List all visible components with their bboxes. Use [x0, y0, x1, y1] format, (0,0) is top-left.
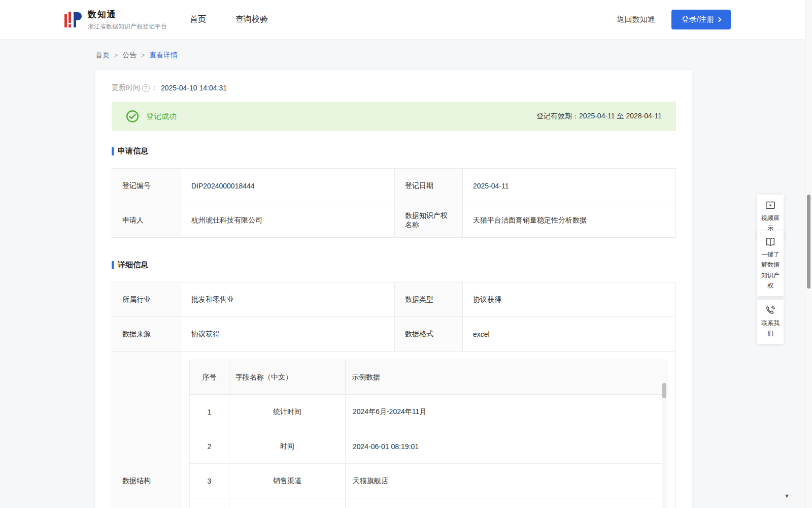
registration-status-banner: 登记成功 登记有效期：2025-04-11 至 2028-04-11: [112, 102, 676, 131]
field-name: 时间: [229, 429, 346, 464]
field-name: 销售渠道: [229, 464, 346, 498]
field-value: 协议获得: [181, 317, 395, 352]
login-register-button[interactable]: 登录/注册: [671, 10, 731, 29]
section-title-details: 详细信息: [112, 260, 676, 270]
return-link[interactable]: 返回数知通: [617, 15, 655, 24]
section-bar: [112, 147, 114, 155]
field-label: 数据类型: [395, 282, 463, 317]
book-icon: [765, 236, 776, 247]
structure-row: 4 货品编号 697254****62: [190, 498, 667, 508]
header-right: 返回数知通 登录/注册: [617, 10, 731, 29]
table-row: 申请人 杭州琥仕科技有限公司 数据知识产权名称 天猫平台洁面膏销量稳定性分析数据: [112, 203, 676, 238]
table-row: 数据来源 协议获得 数据格式 excel: [112, 317, 676, 352]
row-index: 1: [190, 395, 229, 429]
structure-cell: 序号 字段名称（中文） 示例数据 1 统计时间 2024年6月-2024年11月…: [181, 352, 676, 508]
row-index: 2: [190, 429, 229, 464]
help-icon[interactable]: ?: [142, 84, 150, 92]
structure-table: 序号 字段名称（中文） 示例数据 1 统计时间 2024年6月-2024年11月…: [189, 360, 667, 508]
float-contact-widget[interactable]: 联系我们: [757, 300, 784, 344]
validity-label: 登记有效期：: [536, 112, 579, 120]
breadcrumb: 首页 > 公告 > 查看详情: [95, 51, 812, 60]
row-index: 3: [190, 464, 229, 498]
logo-icon: [63, 10, 83, 29]
field-label: 数据结构: [112, 352, 181, 508]
detail-card: 更新时间 ? ： 2025-04-10 14:04:31 登记成功 登记有效期：…: [95, 70, 692, 508]
update-time-colon: ：: [151, 83, 158, 92]
table-row-structure: 数据结构 序号 字段名称（中文） 示例数据 1 统计时间 2024年6月-: [112, 352, 676, 508]
section-bar: [112, 261, 114, 269]
field-value: 2025-04-11: [463, 169, 676, 203]
validity-period: 登记有效期：2025-04-11 至 2028-04-11: [536, 112, 662, 121]
field-value: 批发和零售业: [181, 282, 395, 317]
breadcrumb-current: 查看详情: [149, 51, 178, 60]
row-index: 4: [190, 498, 229, 508]
breadcrumb-separator: >: [114, 52, 118, 59]
header: 数知通 浙江省数据知识产权登记平台 首页 查询校验 返回数知通 登录/注册: [0, 0, 812, 40]
details-info-table: 所属行业 批发和零售业 数据类型 协议获得 数据来源 协议获得 数据格式 exc…: [112, 282, 676, 508]
sample-data: 天猫旗舰店: [346, 464, 667, 498]
validity-value: 2025-04-11 至 2028-04-11: [579, 112, 662, 120]
nav-item-home[interactable]: 首页: [190, 14, 206, 25]
logo: 数知通 浙江省数据知识产权登记平台: [63, 9, 167, 31]
structure-row: 2 时间 2024-06-01 08:19:01: [190, 429, 667, 464]
login-register-label: 登录/注册: [682, 15, 714, 24]
field-label: 数据格式: [395, 317, 463, 352]
float-contact-label: 联系我们: [759, 318, 782, 339]
success-check-icon: [126, 110, 139, 123]
structure-table-wrap: 序号 字段名称（中文） 示例数据 1 统计时间 2024年6月-2024年11月…: [189, 360, 667, 508]
field-value: 协议获得: [463, 282, 676, 317]
field-name: 统计时间: [229, 395, 346, 429]
field-label: 数据来源: [112, 317, 181, 352]
sample-data: 697254****62: [346, 498, 667, 508]
structure-row: 3 销售渠道 天猫旗舰店: [190, 464, 667, 498]
update-time-row: 更新时间 ? ： 2025-04-10 14:04:31: [112, 83, 676, 92]
structure-header-row: 序号 字段名称（中文） 示例数据: [190, 360, 667, 395]
structure-table-scrollbar[interactable]: [662, 381, 666, 508]
sample-data: 2024年6月-2024年11月: [346, 395, 667, 429]
column-header: 字段名称（中文）: [229, 360, 346, 395]
video-icon: [765, 200, 776, 211]
column-header: 序号: [190, 360, 229, 395]
breadcrumb-announcements[interactable]: 公告: [122, 51, 137, 60]
section-title-text: 详细信息: [118, 260, 148, 270]
field-value: 杭州琥仕科技有限公司: [181, 203, 395, 238]
float-learn-label: 一键了解数据知识产权: [759, 249, 782, 291]
field-name: 货品编号: [229, 498, 346, 508]
sample-data: 2024-06-01 08:19:01: [346, 429, 667, 464]
breadcrumb-home[interactable]: 首页: [95, 51, 110, 60]
float-video-label: 视频展示: [759, 213, 782, 234]
logo-text: 数知通 浙江省数据知识产权登记平台: [88, 9, 167, 31]
field-label: 数据知识产权名称: [395, 203, 463, 238]
logo-subtitle: 浙江省数据知识产权登记平台: [88, 22, 167, 31]
update-time-label: 更新时间: [112, 83, 140, 92]
logo-title: 数知通: [88, 9, 167, 20]
update-time-value: 2025-04-10 14:04:31: [161, 84, 227, 92]
phone-icon: [765, 305, 776, 316]
section-title-application: 申请信息: [112, 146, 676, 156]
table-row: 登记编号 DIP2024000018444 登记日期 2025-04-11: [112, 169, 676, 203]
page-scrollbar[interactable]: [805, 0, 812, 508]
status-text: 登记成功: [146, 112, 177, 121]
field-label: 所属行业: [112, 282, 181, 317]
structure-row: 1 统计时间 2024年6月-2024年11月: [190, 395, 667, 429]
main-nav: 首页 查询校验: [190, 14, 268, 25]
chevron-right-icon: [717, 17, 722, 22]
breadcrumb-separator: >: [141, 52, 145, 59]
field-value: 天猫平台洁面膏销量稳定性分析数据: [463, 203, 676, 238]
page-scrollbar-thumb[interactable]: [807, 195, 810, 289]
field-value: excel: [463, 317, 676, 352]
scroll-down-icon[interactable]: ▼: [784, 493, 790, 499]
float-learn-widget[interactable]: 一键了解数据知识产权: [757, 231, 784, 296]
field-label: 登记日期: [395, 169, 463, 203]
column-header: 示例数据: [346, 360, 667, 395]
field-label: 登记编号: [112, 169, 181, 203]
field-label: 申请人: [112, 203, 181, 238]
field-value: DIP2024000018444: [181, 169, 395, 203]
section-title-text: 申请信息: [118, 146, 148, 156]
application-info-table: 登记编号 DIP2024000018444 登记日期 2025-04-11 申请…: [112, 168, 676, 238]
scrollbar-thumb[interactable]: [662, 383, 666, 398]
table-row: 所属行业 批发和零售业 数据类型 协议获得: [112, 282, 676, 317]
nav-item-query-verify[interactable]: 查询校验: [235, 14, 268, 25]
